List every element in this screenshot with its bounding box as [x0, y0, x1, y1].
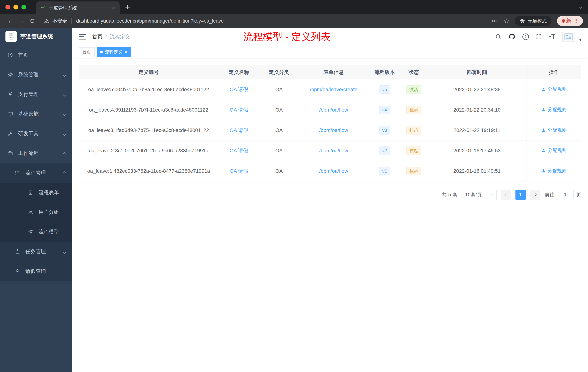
sidebar-item-process-form[interactable]: 流程表单: [0, 183, 72, 202]
new-tab-button[interactable]: +: [125, 3, 130, 11]
page-url[interactable]: dashboard.yudao.iocoder.cn/bpm/manager/d…: [76, 18, 224, 24]
chrome-update-button[interactable]: 更新 ⋮: [557, 16, 583, 26]
forward-button[interactable]: →: [16, 17, 27, 25]
sidebar-item-leave-query[interactable]: 请假查询: [0, 261, 72, 281]
definition-name-link[interactable]: OA 请假: [230, 168, 248, 174]
sidebar-logo[interactable]: 芋道管理系统: [0, 28, 72, 45]
fullscreen-icon[interactable]: [536, 34, 542, 40]
toolbar-right-cluster: ☆ 无痕模式 更新 ⋮: [492, 16, 583, 26]
deploy-time: 2022-01-16 01:40:51: [428, 161, 527, 181]
form-info-link[interactable]: /bpm/oa/flow: [319, 127, 348, 133]
assign-rule-link[interactable]: 分配规则: [541, 107, 567, 113]
assign-rule-link[interactable]: 分配规则: [541, 168, 567, 174]
sidebar-item-process-model[interactable]: 流程模型: [0, 222, 72, 242]
status-tag: 挂起: [406, 106, 421, 114]
sidebar-item-infrastructure[interactable]: 基础设施: [0, 104, 72, 124]
incognito-badge: 无痕模式: [515, 16, 551, 26]
help-icon[interactable]: ?: [522, 33, 529, 40]
sidebar-item-user-group[interactable]: 用户分组: [0, 202, 72, 222]
table-row: oa_leave:4:991f2193-7b7f-11ec-a3c8-acde4…: [79, 100, 581, 120]
page-size-select[interactable]: 10条/页: [462, 189, 496, 200]
browser-tab[interactable]: 芋道管理系统 ×: [36, 1, 120, 14]
pagination-bar: 共 5 条 10条/页 1 前往 页: [79, 189, 581, 200]
definition-name-link[interactable]: OA 请假: [230, 127, 248, 133]
chevron-down-icon: [63, 111, 66, 117]
page-number-button[interactable]: 1: [515, 190, 526, 200]
tab-strip-chevron-down-icon[interactable]: [579, 5, 582, 9]
browser-toolbar: ← → 不安全 dashboard.yudao.iocoder.cn/bpm/m…: [0, 14, 588, 28]
goto-label: 前往: [545, 191, 554, 198]
sidebar-item-label: 首页: [18, 52, 28, 58]
breadcrumb-separator: /: [105, 34, 107, 40]
window-zoom-button[interactable]: [21, 5, 26, 10]
tag-close-icon[interactable]: ×: [125, 50, 127, 55]
tag-process-definition[interactable]: 流程定义 ×: [97, 47, 131, 57]
assign-rule-link[interactable]: 分配规则: [541, 147, 567, 153]
paper-plane-icon: [27, 229, 34, 234]
sidebar-item-label: 请假查询: [25, 268, 46, 275]
tag-home[interactable]: 首页: [79, 47, 94, 57]
definition-name-link[interactable]: OA 请假: [230, 87, 248, 92]
security-label[interactable]: 不安全: [52, 18, 67, 24]
dashboard-icon: [7, 52, 14, 58]
goto-page-input[interactable]: [557, 190, 574, 200]
col-definition-name: 定义名称: [218, 65, 260, 79]
window-controls: [0, 0, 32, 14]
avatar-dropdown-caret-icon[interactable]: ▾: [579, 37, 581, 42]
prev-page-button[interactable]: [501, 190, 511, 200]
bookmark-star-icon[interactable]: ☆: [504, 18, 509, 24]
sidebar-item-process-management[interactable]: 流程管理: [0, 163, 72, 183]
search-icon[interactable]: [495, 33, 502, 40]
window-minimize-button[interactable]: [13, 5, 18, 10]
key-icon[interactable]: [492, 18, 498, 24]
back-button[interactable]: ←: [5, 17, 16, 25]
sidebar-item-task-management[interactable]: 任务管理: [0, 242, 72, 261]
deploy-time: 2022-01-22 20:34:10: [428, 100, 527, 120]
main-area: 首页 / 流程定义 流程模型 - 定义列表 ? TT: [72, 28, 588, 372]
chevron-up-icon: [63, 150, 66, 156]
breadcrumb-home-link[interactable]: 首页: [92, 33, 103, 40]
active-dot-icon: [100, 51, 103, 53]
window-close-button[interactable]: [5, 5, 10, 10]
definition-category: OA: [260, 79, 298, 100]
browser-menu-kebab-icon[interactable]: ⋮: [574, 18, 578, 24]
definition-category: OA: [260, 141, 298, 161]
assign-rule-link[interactable]: 分配规则: [541, 127, 567, 133]
assign-rule-link[interactable]: 分配规则: [541, 86, 567, 92]
assign-rule-label: 分配规则: [548, 86, 567, 92]
version-tag: v5: [379, 85, 390, 94]
address-bar[interactable]: 不安全 dashboard.yudao.iocoder.cn/bpm/manag…: [44, 18, 224, 24]
table-row: oa_leave:5:004b710b-7b8a-11ec-8ef0-acde4…: [79, 79, 581, 100]
definition-id: oa_leave:1:482ec033-762a-11ec-8477-a2380…: [79, 161, 218, 181]
sidebar-item-dev-tools[interactable]: 研发工具: [0, 124, 72, 143]
sidebar-item-home[interactable]: 首页: [0, 45, 72, 65]
sidebar-item-payment-management[interactable]: ¥ 支付管理: [0, 85, 72, 104]
sidebar-toggle-icon[interactable]: [79, 34, 86, 40]
definition-name-link[interactable]: OA 请假: [230, 107, 248, 113]
sidebar-item-system-management[interactable]: 系统管理: [0, 65, 72, 85]
form-info-link[interactable]: /bpm/oa/leave/create: [310, 87, 357, 92]
chevron-up-icon: [63, 170, 66, 176]
assign-rule-label: 分配规则: [548, 127, 567, 133]
form-info-link[interactable]: /bpm/oa/flow: [319, 168, 348, 174]
breadcrumb-current: 流程定义: [110, 33, 130, 40]
url-host: dashboard.yudao.iocoder.cn: [76, 18, 138, 24]
update-label: 更新: [561, 18, 571, 24]
next-page-button[interactable]: [530, 190, 540, 200]
font-size-icon[interactable]: TT: [549, 33, 555, 40]
definition-name-link[interactable]: OA 请假: [230, 148, 248, 153]
logo-avatar: [5, 31, 17, 42]
chevron-down-icon: [63, 131, 66, 136]
col-status: 状态: [400, 65, 428, 79]
table-header-row: 定义编号 定义名称 定义分类 表单信息 流程版本 状态 部署时间 操作: [79, 65, 581, 79]
content-area: 定义编号 定义名称 定义分类 表单信息 流程版本 状态 部署时间 操作 oa_l…: [72, 58, 588, 372]
form-info-link[interactable]: /bpm/oa/flow: [319, 107, 348, 113]
github-icon[interactable]: [509, 33, 515, 40]
avatar[interactable]: [562, 32, 575, 42]
version-tag: v4: [379, 106, 390, 114]
sidebar-item-workflow[interactable]: 工作流程: [0, 143, 72, 163]
form-info-link[interactable]: /bpm/oa/flow: [319, 148, 348, 153]
reload-button[interactable]: [27, 18, 38, 24]
tab-close-icon[interactable]: ×: [112, 5, 115, 11]
status-tag: 挂起: [406, 126, 421, 134]
